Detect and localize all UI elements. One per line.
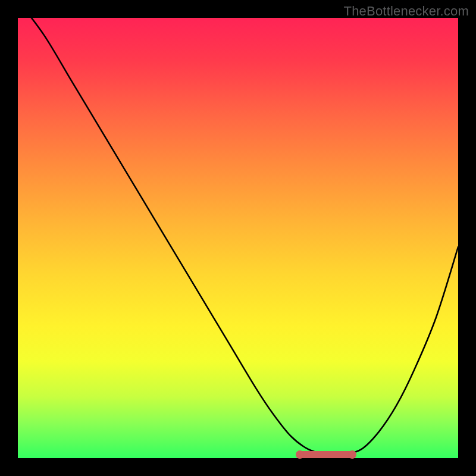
plot-area bbox=[18, 18, 458, 458]
chart-frame: TheBottleneсker.com bbox=[0, 0, 476, 476]
bottleneck-curve bbox=[18, 18, 458, 458]
watermark-text: TheBottleneсker.com bbox=[344, 4, 469, 19]
optimal-range-marker bbox=[299, 451, 354, 458]
optimal-range-dot-left bbox=[296, 450, 304, 459]
